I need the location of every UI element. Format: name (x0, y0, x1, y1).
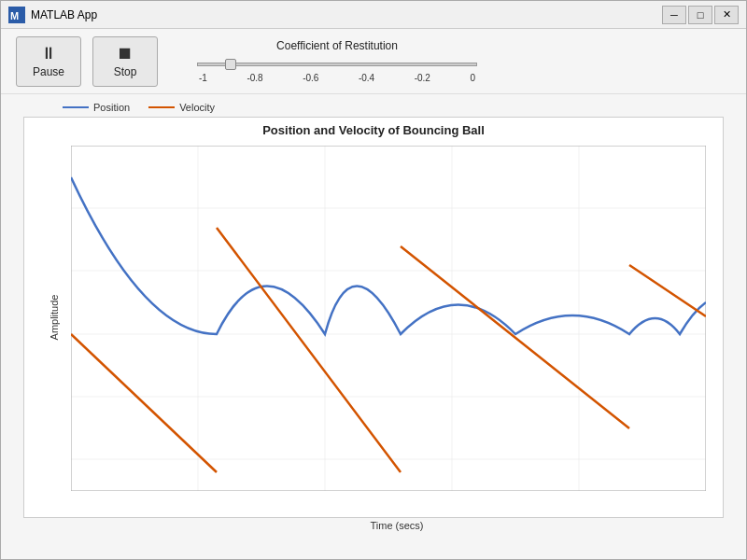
position-legend-line (63, 106, 89, 108)
velocity-legend-line (148, 106, 175, 108)
minimize-button[interactable]: ─ (662, 6, 686, 24)
slider-label: Coefficient of Restitution (188, 39, 486, 52)
tick-neg06: -0.6 (303, 73, 318, 83)
position-legend: Position (63, 102, 130, 113)
svg-rect-15 (71, 146, 706, 491)
legend: Position Velocity (16, 102, 731, 113)
tick-0: 0 (470, 73, 475, 83)
slider-track (197, 56, 477, 73)
tick-neg08: -0.8 (247, 73, 262, 83)
tick-neg04: -0.4 (359, 73, 374, 83)
toolbar: ⏸ Pause ⏹ Stop Coefficient of Restitutio… (1, 29, 746, 94)
maximize-button[interactable]: □ (688, 6, 712, 24)
x-axis-label: Time (secs) (63, 520, 731, 531)
chart-svg: .grid { stroke: #e0e0e0; stroke-width: 0… (71, 146, 706, 491)
pause-button[interactable]: ⏸ Pause (16, 36, 81, 87)
pause-label: Pause (33, 65, 64, 78)
chart-wrapper: Position and Velocity of Bouncing Ball A… (23, 117, 724, 518)
title-bar: M MATLAB App ─ □ ✕ (1, 1, 746, 29)
stop-button[interactable]: ⏹ Stop (92, 36, 158, 87)
window-title: MATLAB App (31, 8, 97, 21)
velocity-legend: Velocity (148, 102, 215, 113)
restitution-slider[interactable] (197, 63, 477, 66)
stop-label: Stop (114, 65, 137, 78)
velocity-legend-label: Velocity (179, 102, 215, 113)
stop-icon: ⏹ (117, 44, 134, 63)
tick-neg02: -0.2 (415, 73, 430, 83)
slider-ticks: -1 -0.8 -0.6 -0.4 -0.2 0 (197, 73, 477, 83)
window-controls: ─ □ ✕ (662, 6, 739, 24)
svg-text:M: M (10, 10, 19, 21)
coefficient-section: Coefficient of Restitution -1 -0.8 -0.6 … (188, 39, 486, 83)
y-axis-label: Amplitude (49, 295, 60, 341)
tick-neg1: -1 (199, 73, 207, 83)
close-button[interactable]: ✕ (714, 6, 739, 24)
pause-icon: ⏸ (40, 44, 57, 63)
position-legend-label: Position (93, 102, 130, 113)
matlab-icon: M (8, 7, 25, 23)
chart-title: Position and Velocity of Bouncing Ball (24, 118, 723, 137)
chart-area: Position Velocity Position and Velocity … (1, 94, 746, 535)
slider-container: -1 -0.8 -0.6 -0.4 -0.2 0 (188, 56, 486, 83)
